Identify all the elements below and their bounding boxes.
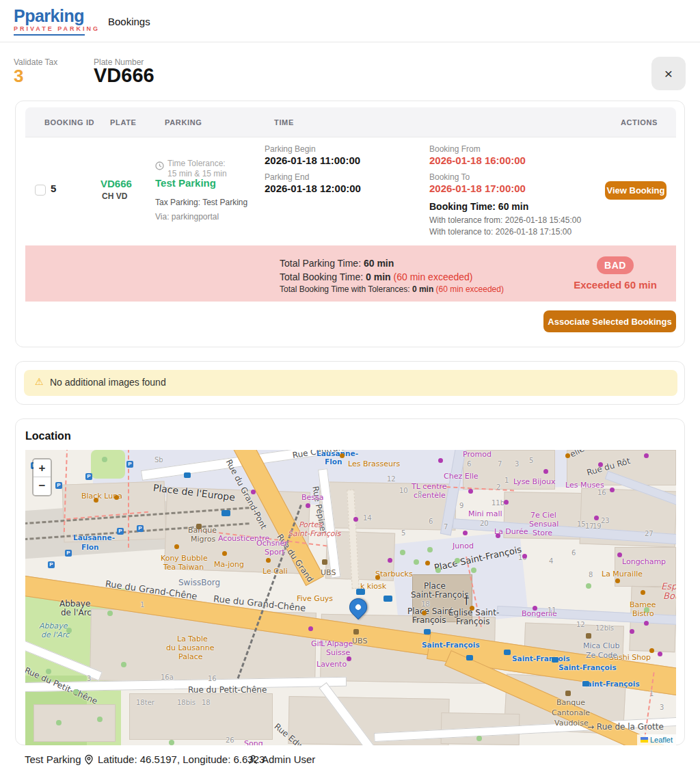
map-label: Chez Elle: [444, 472, 479, 481]
map-label: Starbucks: [375, 570, 413, 578]
map-label: La Muraille: [602, 570, 643, 578]
leaflet-link[interactable]: Leaflet: [650, 736, 673, 744]
map-label: Abbaye: [59, 600, 90, 609]
map-label: SwissBorg: [178, 578, 220, 587]
logo-subtitle: PRIVATE PARKING: [14, 25, 100, 32]
page-footer: Test Parking Latitude: 46.5197, Longitud…: [0, 745, 700, 774]
zoom-in-button[interactable]: +: [33, 459, 51, 477]
map-poi-taxi-icon: [356, 589, 365, 595]
map-poi-f-icon: [94, 498, 98, 503]
map-label: 1: [504, 477, 509, 485]
map-label: Song: [244, 740, 263, 745]
map-label: 6: [467, 461, 471, 468]
map-label: du Lausanne: [166, 644, 214, 652]
map-label: 11: [548, 607, 556, 615]
map-poi-g-icon: [97, 717, 103, 722]
map-label: Mini mall: [468, 510, 502, 518]
table-header-row: Booking ID Plate Parking Time Actions: [25, 107, 676, 137]
col-plate: Plate: [110, 118, 137, 126]
total-booking-exceeded: (60 min exceeded): [394, 271, 473, 282]
col-booking-id: Booking ID: [44, 118, 94, 126]
map-poi-g-icon: [471, 568, 476, 573]
booking-id: 5: [51, 183, 56, 194]
map-poi-p-icon: P: [65, 550, 72, 557]
map-poi-f-icon: [174, 544, 179, 549]
page: Pparking PRIVATE PARKING Bookings Valida…: [0, 0, 700, 774]
map-poi-p-icon: P: [117, 528, 124, 535]
map-poi-f-icon: [266, 558, 271, 563]
associate-selected-bookings-button[interactable]: Associate Selected Bookings: [543, 310, 676, 332]
map-poi-s-icon: [468, 489, 473, 494]
map-label: 3: [87, 676, 91, 683]
map-label: Mica Club: [583, 642, 620, 650]
total-booking-value: 0 min: [366, 271, 391, 282]
map-label: Ma-jong: [214, 561, 244, 569]
map-label: Bistro: [632, 610, 654, 618]
map-poi-s-icon: [438, 458, 443, 463]
summary-band: Total Parking Time: 60 min Total Booking…: [25, 245, 676, 302]
booking-row-checkbox[interactable]: [35, 185, 46, 196]
map-label: François: [456, 617, 489, 626]
parking-name-link[interactable]: Test Parking: [155, 177, 216, 189]
map-label: Migros: [191, 535, 215, 544]
nav-bookings-link[interactable]: Bookings: [108, 16, 150, 27]
map-poi-g-icon: [400, 550, 405, 555]
map-area-park-north: [91, 450, 125, 479]
map-poi-t-icon: [424, 629, 431, 635]
map-poi-g-icon: [46, 669, 51, 674]
map-label: 12: [387, 476, 396, 483]
total-tolerance-label: Total Booking Time with Tolerances:: [280, 284, 410, 294]
booking-time-label: Booking Time:: [429, 201, 496, 212]
map-label: Vaudoise: [554, 719, 589, 728]
map-poi-s-icon: [594, 516, 599, 520]
map-poi-g-icon: [56, 720, 62, 725]
map[interactable]: + − Leaflet Rue CentraleRue du Grand-Pon…: [25, 450, 676, 745]
map-poi-g-icon: [476, 736, 482, 741]
map-label: Sb: [154, 457, 163, 464]
map-poi-g-icon: [435, 568, 441, 573]
map-poi-s-icon: [644, 453, 649, 458]
map-poi-p-icon: P: [55, 482, 62, 489]
zoom-out-button[interactable]: −: [33, 477, 51, 495]
close-button[interactable]: ×: [651, 57, 686, 90]
map-poi-f-icon: [222, 551, 227, 556]
map-label: Saint-François: [422, 641, 480, 649]
booking-to-value: 2026-01-18 17:00:00: [429, 183, 526, 194]
map-label: 11b: [492, 500, 504, 507]
map-poi-s-icon: [353, 517, 358, 522]
map-poi-g-icon: [644, 607, 649, 613]
map-label: 1: [140, 602, 144, 609]
map-poi-t-icon: [466, 655, 473, 660]
booking-from-label: Booking From: [429, 144, 481, 154]
map-label: UBS: [352, 637, 367, 645]
map-label: 20: [480, 520, 489, 528]
map-attribution: Leaflet: [637, 734, 676, 745]
footer-parking-name: Test Parking: [25, 753, 81, 765]
map-label: Le Cali: [262, 568, 288, 576]
map-label: Longchamp: [622, 558, 666, 566]
map-label: 16: [597, 490, 606, 497]
map-poi-s-icon: [598, 462, 603, 467]
total-tolerance-value: 0 min: [412, 284, 433, 294]
map-poi-f-icon: [470, 606, 474, 611]
map-poi-s-icon: [308, 626, 313, 631]
map-poi-p-icon: P: [137, 525, 144, 532]
map-poi-b-icon: [322, 559, 327, 565]
map-label: Lavento: [317, 660, 347, 669]
warning-icon: ⚠: [35, 376, 44, 387]
map-poi-s-icon: [610, 488, 615, 492]
col-time: Time: [274, 118, 294, 126]
map-poi-f-icon: [422, 611, 427, 615]
map-label: 3: [660, 704, 664, 712]
map-poi-f-icon: [615, 578, 620, 583]
map-label: Saint-François: [411, 591, 468, 600]
map-poi-s-icon: [463, 531, 468, 535]
view-booking-button[interactable]: View Booking: [605, 181, 667, 200]
booking-from-value: 2026-01-18 16:00:00: [429, 155, 526, 166]
map-poi-taxi-icon: [383, 596, 392, 602]
map-label: 18: [421, 601, 430, 609]
parking-end-label: Parking End: [265, 172, 309, 182]
map-label: Suisse: [326, 649, 350, 657]
map-poi-s-icon: [251, 490, 256, 494]
map-poi-t-icon: [552, 657, 558, 663]
